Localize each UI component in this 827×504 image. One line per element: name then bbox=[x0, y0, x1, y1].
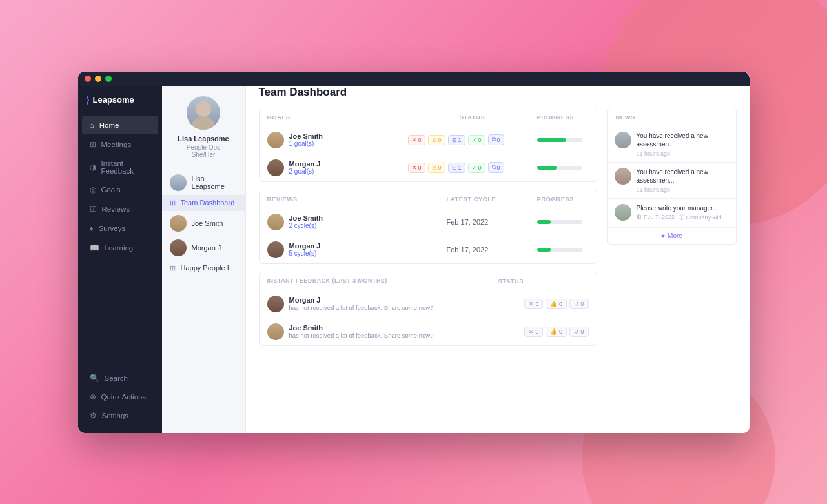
reviews-progress-fill-1 bbox=[537, 220, 551, 224]
sidebar-label-meetings: Meetings bbox=[101, 141, 132, 148]
quick-actions-icon: ⊕ bbox=[90, 392, 96, 401]
news-item-1-text: You have received a new assessmen... bbox=[637, 132, 730, 149]
sidebar-label-feedback: Instant Feedback bbox=[101, 159, 150, 175]
feedback-badge-2a: ✉ 0 bbox=[524, 327, 544, 337]
main-inner: Team Dashboard GOALS STATUS PROGRESS bbox=[246, 72, 750, 433]
panel-label-lisa: Lisa Leapsome bbox=[192, 175, 238, 190]
joe-avatar bbox=[170, 215, 187, 232]
reviews-col-cycle: LATEST CYCLE bbox=[447, 196, 537, 203]
reviews-table: REVIEWS LATEST CYCLE PROGRESS Joe Smith … bbox=[259, 190, 597, 264]
svg-point-0 bbox=[196, 101, 211, 117]
feedback-row-2: Joe Smith has not received a lot of feed… bbox=[260, 318, 597, 345]
goals-icon: ◎ bbox=[90, 185, 96, 194]
reviews-person-1-sub: 2 cycle(s) bbox=[289, 222, 323, 229]
news-avatar-3 bbox=[615, 204, 631, 221]
goals-row-2-status: ✕ 0 ⚠ 0 ⊟ 1 ✓ 0 ⧉ 0 bbox=[408, 162, 537, 173]
reviews-person-1-info: Joe Smith 2 cycle(s) bbox=[289, 214, 323, 229]
reviews-col-progress: PROGRESS bbox=[537, 196, 589, 203]
sidebar-logo: ⟩ Leapsome bbox=[78, 86, 162, 112]
news-header: NEWS bbox=[608, 108, 736, 126]
feedback-table-header: INSTANT FEEDBACK (LAST 3 MONTHS) STATUS bbox=[260, 272, 597, 290]
reviews-icon: ☑ bbox=[90, 205, 97, 214]
panel-item-team-dashboard[interactable]: ⊞ Team Dashboard bbox=[162, 195, 245, 211]
news-item-1-time: 11 hours ago bbox=[637, 150, 730, 157]
sidebar-label-home: Home bbox=[99, 121, 119, 129]
panel-item-lisa[interactable]: Lisa Leapsome bbox=[162, 170, 245, 195]
news-more-button[interactable]: ♥ More bbox=[608, 228, 736, 244]
goals-row-1: Joe Smith 1 goal(s) ✕ 0 ⚠ 0 ⊟ 1 ✓ 0 ⧉ 0 bbox=[260, 126, 597, 154]
feedback-col-name: INSTANT FEEDBACK (LAST 3 MONTHS) bbox=[267, 277, 498, 284]
sidebar-label-surveys: Surveys bbox=[99, 225, 126, 232]
news-section: NEWS You have received a new assessmen..… bbox=[607, 108, 737, 245]
happy-group-icon: ⊞ bbox=[170, 264, 176, 272]
goals-badge-neutral-2: ⊟ 1 bbox=[448, 163, 465, 173]
sidebar-item-settings[interactable]: ⚙ Settings bbox=[82, 407, 158, 425]
panel-item-joe[interactable]: Joe Smith bbox=[162, 211, 245, 236]
sidebar-label-reviews: Reviews bbox=[102, 205, 130, 213]
goals-progress-bg-1 bbox=[537, 138, 582, 142]
reviews-row-2: Morgan J 5 cycle(s) Feb 17, 2022 bbox=[260, 236, 597, 263]
goals-badge-success-2: ✓ 0 bbox=[468, 163, 485, 173]
maximize-dot[interactable] bbox=[105, 76, 112, 82]
goals-progress-bg-2 bbox=[537, 166, 582, 170]
panel-label-happy: Happy People I... bbox=[181, 264, 235, 272]
goals-person-1-name: Joe Smith bbox=[289, 132, 323, 140]
feedback-row-1: Morgan J has not received a lot of feedb… bbox=[260, 290, 597, 318]
goals-col-status: STATUS bbox=[408, 114, 537, 121]
sidebar-item-quick-actions[interactable]: ⊕ Quick Actions bbox=[82, 388, 158, 406]
sidebar-item-surveys[interactable]: ♦ Surveys bbox=[82, 219, 158, 237]
goals-table-header: GOALS STATUS PROGRESS bbox=[260, 108, 597, 126]
reviews-person-1-name: Joe Smith bbox=[289, 214, 323, 222]
feedback-person-1-sub: has not received a lot of feedback. Shar… bbox=[289, 304, 434, 311]
goals-badge-neutral-1: ⊟ 1 bbox=[448, 135, 465, 145]
feedback-person-2: Joe Smith has not received a lot of feed… bbox=[267, 323, 524, 340]
goals-progress-fill-1 bbox=[537, 138, 567, 142]
feedback-person-2-sub: has not received a lot of feedback. Shar… bbox=[289, 332, 434, 339]
reviews-row-2-cycle: Feb 17, 2022 bbox=[447, 246, 537, 254]
news-item-2-content: You have received a new assessmen... 11 … bbox=[637, 168, 730, 193]
joe-reviews-avatar bbox=[267, 214, 284, 230]
goals-table: GOALS STATUS PROGRESS Joe Smith 1 goal(s… bbox=[259, 108, 597, 182]
news-more-icon: ♥ bbox=[661, 232, 665, 239]
goals-row-2-progress bbox=[537, 166, 589, 170]
titlebar bbox=[78, 72, 750, 86]
news-item-2-text: You have received a new assessmen... bbox=[637, 168, 730, 185]
news-item-1: You have received a new assessmen... 11 … bbox=[608, 126, 736, 163]
svg-point-1 bbox=[192, 117, 215, 130]
sidebar-item-goals[interactable]: ◎ Goals bbox=[82, 181, 158, 199]
home-icon: ⌂ bbox=[90, 121, 94, 130]
sidebar-item-reviews[interactable]: ☑ Reviews bbox=[82, 200, 158, 218]
dashboard-body: GOALS STATUS PROGRESS Joe Smith 1 goal(s… bbox=[259, 108, 737, 354]
news-item-3-date: 🗓 Feb 7, 2022 bbox=[637, 214, 675, 222]
goals-person-2-sub: 2 goal(s) bbox=[289, 168, 321, 175]
reviews-row-2-progress bbox=[537, 248, 589, 252]
news-panel: NEWS You have received a new assessmen..… bbox=[607, 108, 737, 354]
news-item-3-meta: 🗓 Feb 7, 2022 ⓘ Company-wid... bbox=[637, 214, 727, 222]
minimize-dot[interactable] bbox=[95, 76, 101, 82]
panel-item-happy[interactable]: ⊞ Happy People I... bbox=[162, 260, 245, 276]
goals-badge-neutral2-1: ⧉ 0 bbox=[488, 134, 504, 145]
goals-badge-neutral2-2: ⧉ 0 bbox=[488, 162, 504, 173]
settings-icon: ⚙ bbox=[90, 411, 97, 420]
sidebar-item-home[interactable]: ⌂ Home bbox=[82, 116, 158, 134]
panel-item-morgan[interactable]: Morgan J bbox=[162, 236, 245, 260]
sidebar-item-meetings[interactable]: ⊞ Meetings bbox=[82, 136, 158, 154]
page-title: Team Dashboard bbox=[259, 86, 737, 99]
morgan-avatar bbox=[170, 239, 187, 256]
news-item-3: Please write your manager... 🗓 Feb 7, 20… bbox=[608, 199, 736, 228]
feedback-badge-1a: ✉ 0 bbox=[524, 299, 544, 309]
close-dot[interactable] bbox=[85, 76, 91, 82]
news-item-2: You have received a new assessmen... 11 … bbox=[608, 163, 736, 199]
morgan-feedback-avatar bbox=[267, 296, 284, 312]
lisa-avatar bbox=[170, 174, 187, 191]
profile-dept: People Ops bbox=[187, 144, 220, 151]
sidebar-item-instant-feedback[interactable]: ◑ Instant Feedback bbox=[82, 155, 158, 179]
surveys-icon: ♦ bbox=[90, 224, 94, 233]
sidebar-item-search[interactable]: 🔍 Search bbox=[82, 369, 158, 387]
news-more-label: More bbox=[668, 232, 682, 239]
sidebar-nav: ⌂ Home ⊞ Meetings ◑ Instant Feedback ◎ G… bbox=[78, 116, 162, 368]
sidebar-item-learning[interactable]: 📖 Learning bbox=[82, 239, 158, 257]
logo-text: Leapsome bbox=[93, 95, 134, 105]
sidebar-bottom: 🔍 Search ⊕ Quick Actions ⚙ Settings bbox=[78, 368, 162, 433]
goals-person-1-info: Joe Smith 1 goal(s) bbox=[289, 132, 323, 147]
